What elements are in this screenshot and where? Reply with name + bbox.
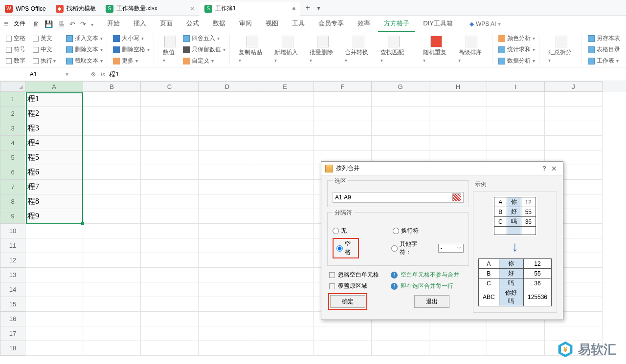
number-btn[interactable]: 数值 (159, 35, 181, 64)
cell[interactable] (487, 121, 545, 136)
mtab-vip[interactable]: 会员专享 (313, 16, 350, 32)
cell[interactable] (256, 121, 314, 136)
more-btn[interactable]: 更多 (112, 56, 151, 66)
checkbox-icon[interactable] (33, 36, 39, 42)
cell[interactable] (256, 253, 314, 268)
cell[interactable] (141, 268, 199, 282)
row-header[interactable]: 16 (0, 312, 25, 326)
color-analysis-btn[interactable]: 颜色分析 (497, 33, 536, 43)
delete-text-btn[interactable]: 删除文本 (65, 44, 104, 55)
cell[interactable] (487, 341, 545, 356)
cell[interactable] (25, 297, 83, 312)
new-file-icon[interactable]: 🗎 (31, 18, 42, 30)
sheet-toc-btn[interactable]: 表格目录 (587, 44, 621, 55)
close-icon[interactable]: ✕ (190, 5, 195, 12)
cell[interactable] (141, 150, 199, 165)
cell[interactable] (256, 326, 314, 341)
mtab-review[interactable]: 审阅 (233, 16, 258, 32)
col-header-B[interactable]: B (83, 81, 141, 92)
cell[interactable] (83, 150, 141, 165)
tab-templates[interactable]: ◆ 找稻壳模板 (51, 2, 101, 16)
cell[interactable] (199, 136, 256, 150)
cancel-fx-icon[interactable]: ⊗ (89, 71, 98, 78)
tab-workbook-count[interactable]: S 工作簿数量.xlsx ✕ (101, 2, 200, 16)
cell[interactable] (314, 341, 372, 356)
radio-none[interactable]: 无 (333, 227, 347, 235)
checkbox-ignore-blank[interactable] (329, 272, 335, 278)
checkbox-cover[interactable] (329, 283, 335, 289)
cell[interactable] (25, 312, 83, 326)
file-menu[interactable]: 文件 (9, 17, 30, 30)
summary-split-btn[interactable]: 汇总拆分 (544, 35, 579, 64)
cell[interactable] (545, 92, 603, 107)
cell[interactable] (256, 165, 314, 180)
cell[interactable] (141, 92, 199, 107)
cell[interactable] (83, 238, 141, 253)
col-header-D[interactable]: D (199, 81, 256, 92)
cell[interactable] (372, 136, 429, 150)
cell[interactable] (545, 326, 603, 341)
row-header[interactable]: 13 (0, 268, 25, 282)
cell[interactable] (141, 224, 199, 238)
cell[interactable] (314, 107, 372, 121)
cell[interactable] (256, 136, 314, 150)
row-header[interactable]: 1 (0, 92, 25, 107)
cell[interactable] (256, 209, 314, 224)
del-space-btn[interactable]: 删除空格 (112, 44, 151, 55)
cell[interactable] (487, 107, 545, 121)
cell[interactable] (199, 282, 256, 297)
random-repeat-btn[interactable]: 随机重复 (419, 34, 453, 65)
cell[interactable] (83, 136, 141, 150)
cell[interactable] (199, 150, 256, 165)
cell[interactable] (83, 194, 141, 209)
cell[interactable] (256, 224, 314, 238)
mtab-start[interactable]: 开始 (101, 16, 126, 32)
custom-btn[interactable]: 自定义 (182, 56, 226, 66)
cell[interactable] (83, 326, 141, 341)
cell[interactable] (199, 312, 256, 326)
cell[interactable] (256, 194, 314, 209)
cell[interactable] (83, 121, 141, 136)
cell[interactable] (429, 92, 487, 107)
find-match-btn[interactable]: 查找匹配 (377, 34, 411, 65)
col-header-J[interactable]: J (545, 81, 603, 92)
checkbox-icon[interactable] (33, 47, 39, 53)
cell[interactable]: 程8 (25, 194, 83, 209)
new-tab-button[interactable]: + (300, 3, 314, 12)
print-icon[interactable]: 🖶 (56, 18, 67, 30)
tab-menu-icon[interactable]: ▾ (315, 2, 322, 14)
formula-input[interactable] (108, 69, 622, 79)
cell[interactable] (83, 209, 141, 224)
cell[interactable] (199, 297, 256, 312)
cell[interactable] (545, 121, 603, 136)
cell[interactable] (199, 238, 256, 253)
mtab-data[interactable]: 数据 (207, 16, 231, 32)
case-btn[interactable]: 大小写 (112, 33, 151, 43)
cell[interactable] (199, 341, 256, 356)
mtab-tools[interactable]: 工具 (286, 16, 311, 32)
cell[interactable] (256, 180, 314, 194)
col-header-C[interactable]: C (141, 81, 199, 92)
row-header[interactable]: 14 (0, 282, 25, 297)
ok-button[interactable]: 确定 (330, 295, 365, 308)
cell[interactable] (141, 136, 199, 150)
cell[interactable] (314, 121, 372, 136)
cell[interactable] (25, 268, 83, 282)
cell[interactable] (256, 150, 314, 165)
cell[interactable]: 程9 (25, 209, 83, 224)
row-header[interactable]: 3 (0, 121, 25, 136)
cell[interactable] (141, 341, 199, 356)
cell[interactable] (141, 238, 199, 253)
save-icon[interactable]: 💾 (43, 18, 55, 30)
cell[interactable] (256, 282, 314, 297)
select-all-corner[interactable] (0, 81, 25, 92)
row-header[interactable]: 18 (0, 341, 25, 356)
cell[interactable] (141, 253, 199, 268)
cell[interactable] (25, 341, 83, 356)
cell[interactable] (314, 136, 372, 150)
cell[interactable] (256, 268, 314, 282)
cell[interactable] (256, 107, 314, 121)
cell[interactable] (141, 326, 199, 341)
checkbox-icon[interactable] (6, 47, 12, 53)
adv-sort-btn[interactable]: 高级排序 (454, 34, 489, 65)
